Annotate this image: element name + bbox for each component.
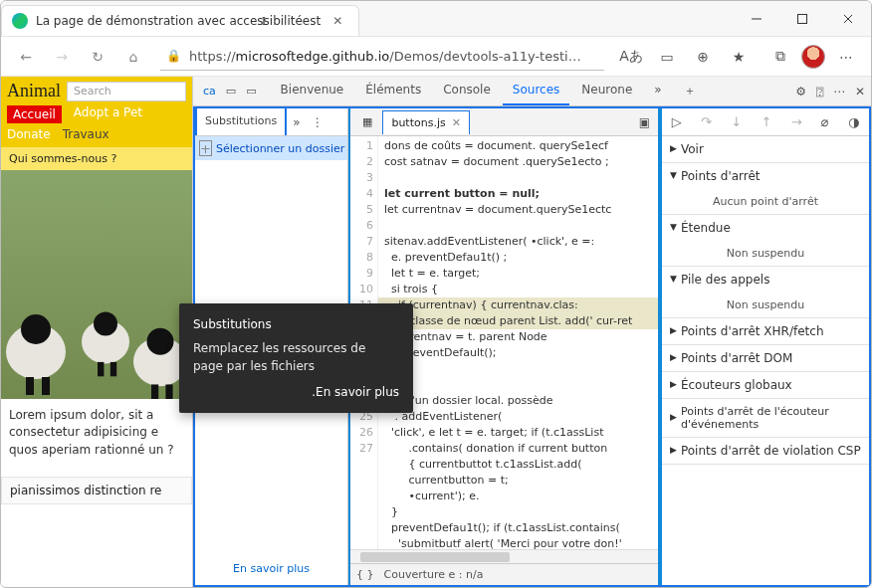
step-over-icon[interactable]: ↷ — [701, 114, 712, 129]
section-csp-breakpoints[interactable]: ▶Points d'arrêt de violation CSP — [662, 438, 869, 464]
nav-home-button[interactable]: ⌂ — [118, 49, 148, 65]
callstack-empty: Non suspendu — [662, 293, 869, 317]
tab-substitutions[interactable]: Substitutions — [195, 106, 287, 135]
nav-accueil[interactable]: Accueil — [7, 105, 62, 123]
editor-files-icon[interactable]: ▦ — [354, 110, 380, 133]
section-breakpoints[interactable]: ▼Points d'arrêt — [662, 163, 869, 189]
navigator-overflow-icon[interactable]: » ⋮ — [287, 108, 329, 135]
url-text: https://microsoftedge.github.io/Demos/de… — [189, 49, 581, 64]
section-watch[interactable]: ▶Voir — [662, 136, 869, 162]
section-xhr-breakpoints[interactable]: ▶Points d'arrêt XHR/fetch — [662, 318, 869, 344]
nav-refresh-button[interactable]: ↻ — [83, 49, 112, 65]
devtools-close-icon[interactable]: ✕ — [855, 85, 865, 98]
page-hero-image — [1, 170, 192, 399]
tab-console[interactable]: Console — [433, 77, 501, 105]
section-dom-breakpoints[interactable]: ▶Points d'arrêt DOM — [662, 345, 869, 371]
page-definition-card: pianissimos distinction re — [1, 477, 192, 504]
nav-back-button[interactable]: ← — [11, 49, 41, 65]
page-who-heading: Qui sommes-nous ? — [1, 147, 192, 170]
learn-more-link[interactable]: En savoir plus — [195, 552, 347, 585]
tab-title: La page de démonstration avec accessibil… — [36, 14, 321, 28]
reader-mode-icon[interactable]: Aあ — [616, 48, 646, 66]
section-event-listener-breakpoints[interactable]: ▶Points d'arrêt de l'écouteur d'événemen… — [662, 399, 869, 437]
pause-on-exceptions-icon[interactable]: ◑ — [848, 114, 859, 129]
nav-travaux[interactable]: Travaux — [63, 127, 109, 141]
browser-tab[interactable]: La page de démonstration avec accessibil… — [1, 5, 359, 36]
deactivate-breakpoints-icon[interactable]: ⌀ — [821, 114, 829, 129]
code-editor-area[interactable]: dons de coûts = document. querySe1ecfcos… — [378, 136, 658, 549]
tooltip-title: Substitutions — [193, 315, 399, 333]
step-icon[interactable]: → — [791, 114, 802, 129]
tabs-overflow-icon[interactable]: » — [644, 77, 671, 105]
window-maximize-button[interactable] — [779, 1, 825, 36]
feedback-icon[interactable]: ⍰ — [816, 85, 823, 98]
tab-welcome[interactable]: Bienvenue — [271, 77, 354, 105]
favorite-star-icon[interactable]: ★ — [724, 49, 754, 65]
nav-adopt[interactable]: Adopt a Pet — [74, 105, 142, 123]
address-bar: ← → ↻ ⌂ 🔒 https://microsoftedge.github.i… — [1, 37, 871, 77]
page-nav: Accueil Adopt a Pet Donate Travaux — [7, 101, 186, 147]
immersive-reader-icon[interactable]: ▭ — [652, 49, 682, 65]
debugger-sidebar: ▷ ↷ ↓ ↑ → ⌀ ◑ ▶Voir ▼Points d'arrêtAucun… — [660, 108, 869, 585]
settings-gear-icon[interactable]: ⚙ — [795, 85, 806, 98]
resume-icon[interactable]: ▷ — [672, 114, 682, 129]
nav-forward-button[interactable]: → — [47, 49, 77, 65]
scope-empty: Non suspendu — [662, 241, 869, 266]
locale-badge[interactable]: ca — [199, 85, 220, 98]
editor-tab-close-icon[interactable]: ✕ — [452, 116, 461, 129]
editor-horizontal-scrollbar[interactable] — [350, 549, 658, 563]
url-field[interactable]: 🔒 https://microsoftedge.github.io/Demos/… — [160, 43, 604, 71]
tab-add-icon[interactable]: ＋ — [674, 77, 706, 105]
rendered-page: Animal Search Accueil Adopt a Pet Donate… — [1, 77, 192, 587]
editor-footer: { } Couverture e : n/a — [350, 563, 658, 585]
tooltip-learn-more-link[interactable]: .En savoir plus — [193, 383, 399, 401]
tooltip-body: Remplacez les ressources de page par les… — [193, 339, 399, 375]
nav-donate[interactable]: Donate — [7, 127, 51, 141]
editor-tab-active[interactable]: buttons.js ✕ — [382, 110, 470, 134]
inspect-element-icon[interactable]: ▭ — [222, 85, 240, 98]
profile-avatar[interactable] — [801, 45, 825, 69]
window-minimize-button[interactable] — [734, 1, 779, 36]
debugger-controls: ▷ ↷ ↓ ↑ → ⌀ ◑ — [662, 108, 869, 136]
add-folder-icon[interactable]: + — [199, 140, 212, 156]
more-dots-icon[interactable]: ⋯ — [833, 85, 845, 98]
editor-toggle-sidebar-icon[interactable]: ▣ — [635, 115, 654, 129]
window-titlebar: La page de démonstration avec accessibil… — [1, 1, 871, 37]
page-search-input[interactable]: Search — [67, 82, 186, 101]
coverage-status: Couverture e : n/a — [384, 568, 484, 581]
svg-rect-1 — [798, 14, 807, 23]
step-into-icon[interactable]: ↓ — [731, 114, 742, 129]
devtools-toolbar: ca ▭ ▭ Bienvenue Éléments Console Source… — [193, 77, 871, 106]
step-out-icon[interactable]: ↑ — [761, 114, 771, 129]
page-lorem: Lorem ipsum dolor, sit a consectetur adi… — [1, 399, 192, 467]
tab-neurone[interactable]: Neurone — [571, 77, 642, 105]
breakpoints-empty: Aucun point d'arrêt — [662, 189, 869, 214]
window-close-button[interactable] — [825, 1, 871, 36]
section-callstack[interactable]: ▼Pile des appels — [662, 267, 869, 293]
lock-icon: 🔒 — [166, 49, 181, 63]
overrides-tooltip: Substitutions Remplacez les ressources d… — [179, 303, 413, 413]
zoom-icon[interactable]: ⊕ — [688, 49, 718, 65]
select-folder-row[interactable]: + Sélectionner un dossier po — [195, 136, 347, 160]
text-cursor: I — [262, 14, 266, 29]
menu-dots-icon[interactable]: ⋯ — [831, 49, 861, 65]
section-scope[interactable]: ▼Étendue — [662, 215, 869, 241]
braces-icon[interactable]: { } — [356, 568, 374, 581]
section-global-listeners[interactable]: ▶Écouteurs globaux — [662, 372, 869, 398]
collections-icon[interactable]: ⧉ — [765, 48, 795, 65]
tab-close-icon[interactable]: ✕ — [328, 14, 346, 28]
tab-elements[interactable]: Éléments — [355, 77, 431, 105]
page-logo: Animal — [7, 81, 61, 101]
tab-sources[interactable]: Sources — [503, 77, 569, 105]
device-toolbar-icon[interactable]: ▭ — [242, 85, 260, 98]
edge-icon — [12, 13, 28, 29]
